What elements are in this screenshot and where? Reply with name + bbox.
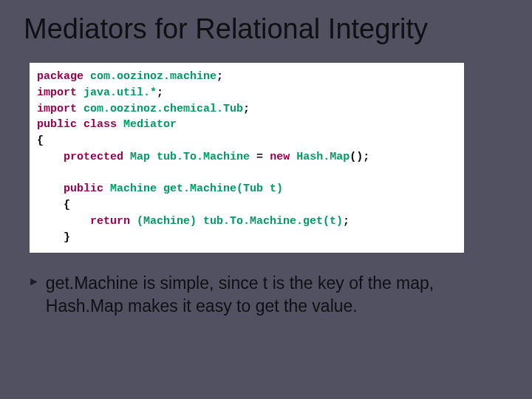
code-keyword: return — [90, 215, 130, 228]
code-keyword: public class — [37, 118, 117, 131]
code-type: Map — [130, 151, 150, 163]
code-type: Machine — [110, 183, 157, 195]
code-params: (Tub t) — [236, 183, 283, 195]
slide-title: Mediators for Relational Integrity — [24, 13, 514, 45]
code-ctor: Hash.Map — [296, 151, 349, 163]
bullet-text: get.Machine is simple, since t is the ke… — [46, 272, 499, 318]
code-ident: com.oozinoz.chemical.Tub — [83, 103, 243, 115]
code-ident: Mediator — [123, 118, 177, 131]
code-block: package com.oozinoz.machine; import java… — [30, 63, 464, 253]
code-ident: java.util.* — [83, 86, 157, 99]
code-expr: tub.To.Machine.get(t) — [203, 215, 343, 228]
slide: Mediators for Relational Integrity packa… — [0, 0, 532, 399]
code-brace: } — [64, 231, 70, 244]
code-keyword: public — [64, 183, 103, 195]
code-keyword: import — [37, 103, 77, 115]
code-method: get.Machine — [163, 183, 236, 195]
bullet-marker-icon: ► — [28, 275, 40, 288]
code-var: tub.To.Machine — [157, 151, 250, 163]
code-cast: (Machine) — [137, 215, 197, 228]
code-keyword: new — [270, 151, 290, 163]
code-keyword: package — [37, 70, 83, 83]
code-brace: { — [37, 134, 44, 147]
bullet-item: ► get.Machine is simple, since t is the … — [28, 272, 499, 318]
code-keyword: import — [37, 86, 77, 99]
code-keyword: protected — [64, 151, 123, 163]
code-package: com.oozinoz.machine — [90, 70, 216, 83]
code-brace: { — [64, 199, 70, 211]
